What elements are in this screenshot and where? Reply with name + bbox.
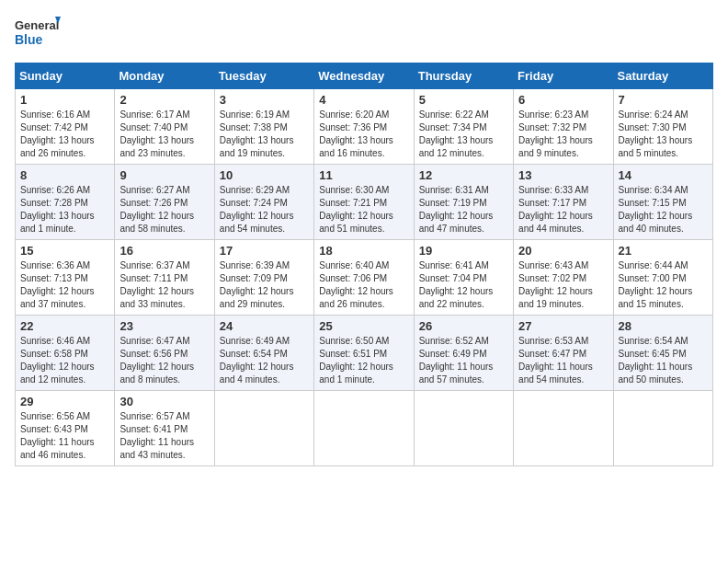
sunrise-label: Sunrise: 6:20 AM — [319, 109, 389, 120]
day-cell-26: 26 Sunrise: 6:52 AM Sunset: 6:49 PM Dayl… — [414, 316, 513, 391]
day-info: Sunrise: 6:34 AM Sunset: 7:15 PM Dayligh… — [619, 184, 708, 236]
day-number: 26 — [419, 319, 508, 333]
sunset-label: Sunset: 7:09 PM — [220, 273, 288, 283]
day-info: Sunrise: 6:53 AM Sunset: 6:47 PM Dayligh… — [518, 335, 608, 386]
day-cell-3: 3 Sunrise: 6:19 AM Sunset: 7:38 PM Dayli… — [214, 89, 313, 165]
daylight-label: Daylight: 12 hours and 58 minutes. — [119, 211, 194, 234]
day-number: 3 — [220, 93, 309, 107]
day-info: Sunrise: 6:37 AM Sunset: 7:11 PM Dayligh… — [119, 259, 209, 311]
daylight-label: Daylight: 12 hours and 4 minutes. — [220, 362, 294, 385]
day-cell-30: 30 Sunrise: 6:57 AM Sunset: 6:41 PM Dayl… — [115, 391, 214, 466]
sunset-label: Sunset: 7:04 PM — [419, 273, 487, 283]
empty-cell — [314, 391, 414, 466]
sunset-label: Sunset: 6:41 PM — [119, 424, 188, 434]
day-cell-23: 23 Sunrise: 6:47 AM Sunset: 6:56 PM Dayl… — [115, 316, 214, 391]
day-info: Sunrise: 6:30 AM Sunset: 7:21 PM Dayligh… — [319, 184, 408, 236]
sunset-label: Sunset: 7:17 PM — [518, 198, 586, 208]
daylight-label: Daylight: 12 hours and 19 minutes. — [518, 286, 593, 309]
sunrise-label: Sunrise: 6:43 AM — [518, 260, 588, 270]
sunset-label: Sunset: 7:24 PM — [220, 198, 288, 208]
day-number: 17 — [220, 244, 309, 258]
day-cell-18: 18 Sunrise: 6:40 AM Sunset: 7:06 PM Dayl… — [314, 240, 414, 316]
day-info: Sunrise: 6:57 AM Sunset: 6:41 PM Dayligh… — [119, 410, 209, 462]
day-number: 27 — [518, 319, 608, 333]
sunrise-label: Sunrise: 6:49 AM — [220, 336, 290, 346]
sunrise-label: Sunrise: 6:52 AM — [419, 336, 489, 346]
week-row-4: 22 Sunrise: 6:46 AM Sunset: 6:58 PM Dayl… — [16, 316, 713, 391]
daylight-label: Daylight: 11 hours and 54 minutes. — [518, 362, 593, 385]
sunset-label: Sunset: 7:00 PM — [619, 273, 687, 283]
day-info: Sunrise: 6:44 AM Sunset: 7:00 PM Dayligh… — [619, 259, 708, 311]
day-cell-17: 17 Sunrise: 6:39 AM Sunset: 7:09 PM Dayl… — [214, 240, 313, 316]
sunrise-label: Sunrise: 6:40 AM — [319, 260, 389, 270]
sunset-label: Sunset: 7:36 PM — [319, 122, 387, 132]
day-cell-5: 5 Sunrise: 6:22 AM Sunset: 7:34 PM Dayli… — [414, 89, 513, 165]
day-info: Sunrise: 6:36 AM Sunset: 7:13 PM Dayligh… — [20, 259, 109, 311]
day-number: 13 — [518, 168, 608, 182]
sunrise-label: Sunrise: 6:44 AM — [619, 260, 688, 270]
sunrise-label: Sunrise: 6:47 AM — [119, 336, 189, 346]
day-number: 18 — [319, 244, 408, 258]
day-cell-29: 29 Sunrise: 6:56 AM Sunset: 6:43 PM Dayl… — [16, 391, 115, 466]
header: General Blue — [15, 15, 713, 52]
day-cell-4: 4 Sunrise: 6:20 AM Sunset: 7:36 PM Dayli… — [314, 89, 414, 165]
col-header-friday: Friday — [514, 63, 613, 89]
empty-cell — [214, 391, 313, 466]
day-cell-24: 24 Sunrise: 6:49 AM Sunset: 6:54 PM Dayl… — [214, 316, 313, 391]
day-info: Sunrise: 6:23 AM Sunset: 7:32 PM Dayligh… — [518, 109, 608, 160]
sunset-label: Sunset: 7:11 PM — [119, 273, 188, 283]
sunset-label: Sunset: 7:34 PM — [419, 122, 487, 132]
sunset-label: Sunset: 7:21 PM — [319, 198, 387, 208]
day-info: Sunrise: 6:40 AM Sunset: 7:06 PM Dayligh… — [319, 259, 408, 311]
daylight-label: Daylight: 13 hours and 12 minutes. — [419, 135, 494, 158]
day-info: Sunrise: 6:43 AM Sunset: 7:02 PM Dayligh… — [518, 259, 608, 311]
sunset-label: Sunset: 7:26 PM — [119, 198, 188, 208]
daylight-label: Daylight: 12 hours and 26 minutes. — [319, 286, 393, 309]
daylight-label: Daylight: 13 hours and 23 minutes. — [119, 135, 194, 158]
sunset-label: Sunset: 7:15 PM — [619, 198, 687, 208]
daylight-label: Daylight: 12 hours and 44 minutes. — [518, 211, 593, 234]
day-info: Sunrise: 6:39 AM Sunset: 7:09 PM Dayligh… — [220, 259, 309, 311]
sunrise-label: Sunrise: 6:54 AM — [619, 336, 688, 346]
sunset-label: Sunset: 7:32 PM — [518, 122, 586, 132]
sunrise-label: Sunrise: 6:30 AM — [319, 185, 389, 195]
col-header-sunday: Sunday — [16, 63, 115, 89]
day-cell-19: 19 Sunrise: 6:41 AM Sunset: 7:04 PM Dayl… — [414, 240, 513, 316]
sunset-label: Sunset: 7:30 PM — [619, 122, 687, 132]
week-row-5: 29 Sunrise: 6:56 AM Sunset: 6:43 PM Dayl… — [16, 391, 713, 466]
week-row-3: 15 Sunrise: 6:36 AM Sunset: 7:13 PM Dayl… — [16, 240, 713, 316]
day-cell-10: 10 Sunrise: 6:29 AM Sunset: 7:24 PM Dayl… — [214, 165, 313, 240]
day-number: 22 — [20, 319, 109, 333]
day-number: 24 — [220, 319, 309, 333]
day-number: 12 — [419, 168, 508, 182]
day-info: Sunrise: 6:26 AM Sunset: 7:28 PM Dayligh… — [20, 184, 109, 236]
sunrise-label: Sunrise: 6:29 AM — [220, 185, 290, 195]
sunrise-label: Sunrise: 6:22 AM — [419, 109, 489, 120]
day-info: Sunrise: 6:50 AM Sunset: 6:51 PM Dayligh… — [319, 335, 408, 386]
day-cell-8: 8 Sunrise: 6:26 AM Sunset: 7:28 PM Dayli… — [16, 165, 115, 240]
sunset-label: Sunset: 7:02 PM — [518, 273, 586, 283]
sunrise-label: Sunrise: 6:17 AM — [119, 109, 189, 120]
day-info: Sunrise: 6:19 AM Sunset: 7:38 PM Dayligh… — [220, 109, 309, 160]
sunset-label: Sunset: 6:56 PM — [119, 349, 188, 359]
daylight-label: Daylight: 13 hours and 9 minutes. — [518, 135, 593, 158]
day-cell-1: 1 Sunrise: 6:16 AM Sunset: 7:42 PM Dayli… — [16, 89, 115, 165]
sunset-label: Sunset: 7:38 PM — [220, 122, 288, 132]
daylight-label: Daylight: 11 hours and 50 minutes. — [619, 362, 693, 385]
day-cell-25: 25 Sunrise: 6:50 AM Sunset: 6:51 PM Dayl… — [314, 316, 414, 391]
sunrise-label: Sunrise: 6:57 AM — [119, 411, 189, 421]
daylight-label: Daylight: 11 hours and 46 minutes. — [20, 437, 95, 460]
day-number: 1 — [20, 93, 109, 107]
week-row-1: 1 Sunrise: 6:16 AM Sunset: 7:42 PM Dayli… — [16, 89, 713, 165]
daylight-label: Daylight: 12 hours and 8 minutes. — [119, 362, 194, 385]
day-cell-9: 9 Sunrise: 6:27 AM Sunset: 7:26 PM Dayli… — [115, 165, 214, 240]
sunset-label: Sunset: 6:45 PM — [619, 349, 687, 359]
logo: General Blue — [15, 15, 61, 52]
daylight-label: Daylight: 12 hours and 37 minutes. — [20, 286, 95, 309]
day-number: 30 — [119, 395, 209, 408]
empty-cell — [514, 391, 613, 466]
sunrise-label: Sunrise: 6:56 AM — [20, 411, 90, 421]
daylight-label: Daylight: 12 hours and 22 minutes. — [419, 286, 494, 309]
daylight-label: Daylight: 11 hours and 43 minutes. — [119, 437, 194, 460]
day-number: 28 — [619, 319, 708, 333]
